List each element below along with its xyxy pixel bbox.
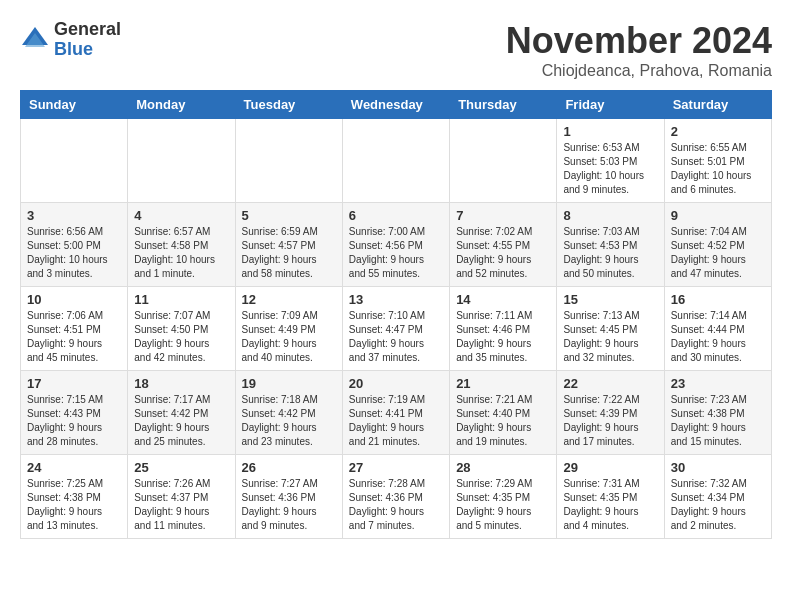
cell-info: Sunrise: 7:28 AM Sunset: 4:36 PM Dayligh… [349,477,443,533]
cell-info: Sunrise: 7:21 AM Sunset: 4:40 PM Dayligh… [456,393,550,449]
cell-info: Sunrise: 7:29 AM Sunset: 4:35 PM Dayligh… [456,477,550,533]
cell-info: Sunrise: 7:27 AM Sunset: 4:36 PM Dayligh… [242,477,336,533]
table-cell: 9Sunrise: 7:04 AM Sunset: 4:52 PM Daylig… [664,203,771,287]
table-cell: 19Sunrise: 7:18 AM Sunset: 4:42 PM Dayli… [235,371,342,455]
table-cell: 27Sunrise: 7:28 AM Sunset: 4:36 PM Dayli… [342,455,449,539]
table-cell: 8Sunrise: 7:03 AM Sunset: 4:53 PM Daylig… [557,203,664,287]
header-sunday: Sunday [21,91,128,119]
day-number: 15 [563,292,657,307]
days-header-row: Sunday Monday Tuesday Wednesday Thursday… [21,91,772,119]
table-cell: 4Sunrise: 6:57 AM Sunset: 4:58 PM Daylig… [128,203,235,287]
table-cell: 28Sunrise: 7:29 AM Sunset: 4:35 PM Dayli… [450,455,557,539]
logo-blue: Blue [54,40,121,60]
cell-info: Sunrise: 6:55 AM Sunset: 5:01 PM Dayligh… [671,141,765,197]
day-number: 26 [242,460,336,475]
table-cell: 26Sunrise: 7:27 AM Sunset: 4:36 PM Dayli… [235,455,342,539]
week-row-0: 1Sunrise: 6:53 AM Sunset: 5:03 PM Daylig… [21,119,772,203]
week-row-2: 10Sunrise: 7:06 AM Sunset: 4:51 PM Dayli… [21,287,772,371]
day-number: 3 [27,208,121,223]
cell-info: Sunrise: 7:26 AM Sunset: 4:37 PM Dayligh… [134,477,228,533]
table-cell [235,119,342,203]
week-row-3: 17Sunrise: 7:15 AM Sunset: 4:43 PM Dayli… [21,371,772,455]
table-cell: 7Sunrise: 7:02 AM Sunset: 4:55 PM Daylig… [450,203,557,287]
day-number: 22 [563,376,657,391]
day-number: 20 [349,376,443,391]
logo-general: General [54,20,121,40]
cell-info: Sunrise: 6:59 AM Sunset: 4:57 PM Dayligh… [242,225,336,281]
table-cell: 1Sunrise: 6:53 AM Sunset: 5:03 PM Daylig… [557,119,664,203]
table-cell: 13Sunrise: 7:10 AM Sunset: 4:47 PM Dayli… [342,287,449,371]
day-number: 23 [671,376,765,391]
table-cell: 22Sunrise: 7:22 AM Sunset: 4:39 PM Dayli… [557,371,664,455]
table-cell: 2Sunrise: 6:55 AM Sunset: 5:01 PM Daylig… [664,119,771,203]
day-number: 16 [671,292,765,307]
table-cell [450,119,557,203]
table-cell: 30Sunrise: 7:32 AM Sunset: 4:34 PM Dayli… [664,455,771,539]
month-title: November 2024 [506,20,772,62]
day-number: 27 [349,460,443,475]
table-cell [21,119,128,203]
day-number: 28 [456,460,550,475]
header-friday: Friday [557,91,664,119]
week-row-4: 24Sunrise: 7:25 AM Sunset: 4:38 PM Dayli… [21,455,772,539]
table-cell [342,119,449,203]
cell-info: Sunrise: 7:22 AM Sunset: 4:39 PM Dayligh… [563,393,657,449]
cell-info: Sunrise: 7:04 AM Sunset: 4:52 PM Dayligh… [671,225,765,281]
cell-info: Sunrise: 6:56 AM Sunset: 5:00 PM Dayligh… [27,225,121,281]
day-number: 8 [563,208,657,223]
day-number: 10 [27,292,121,307]
table-cell: 23Sunrise: 7:23 AM Sunset: 4:38 PM Dayli… [664,371,771,455]
header-tuesday: Tuesday [235,91,342,119]
cell-info: Sunrise: 6:53 AM Sunset: 5:03 PM Dayligh… [563,141,657,197]
day-number: 18 [134,376,228,391]
cell-info: Sunrise: 7:09 AM Sunset: 4:49 PM Dayligh… [242,309,336,365]
table-cell: 6Sunrise: 7:00 AM Sunset: 4:56 PM Daylig… [342,203,449,287]
day-number: 7 [456,208,550,223]
cell-info: Sunrise: 7:11 AM Sunset: 4:46 PM Dayligh… [456,309,550,365]
calendar-table: Sunday Monday Tuesday Wednesday Thursday… [20,90,772,539]
cell-info: Sunrise: 7:17 AM Sunset: 4:42 PM Dayligh… [134,393,228,449]
day-number: 25 [134,460,228,475]
table-cell: 17Sunrise: 7:15 AM Sunset: 4:43 PM Dayli… [21,371,128,455]
table-cell: 10Sunrise: 7:06 AM Sunset: 4:51 PM Dayli… [21,287,128,371]
day-number: 29 [563,460,657,475]
logo-text: General Blue [54,20,121,60]
logo: General Blue [20,20,121,60]
cell-info: Sunrise: 7:03 AM Sunset: 4:53 PM Dayligh… [563,225,657,281]
cell-info: Sunrise: 6:57 AM Sunset: 4:58 PM Dayligh… [134,225,228,281]
title-block: November 2024 Chiojdeanca, Prahova, Roma… [506,20,772,80]
table-cell: 11Sunrise: 7:07 AM Sunset: 4:50 PM Dayli… [128,287,235,371]
table-cell [128,119,235,203]
cell-info: Sunrise: 7:15 AM Sunset: 4:43 PM Dayligh… [27,393,121,449]
day-number: 4 [134,208,228,223]
week-row-1: 3Sunrise: 6:56 AM Sunset: 5:00 PM Daylig… [21,203,772,287]
cell-info: Sunrise: 7:06 AM Sunset: 4:51 PM Dayligh… [27,309,121,365]
header-thursday: Thursday [450,91,557,119]
cell-info: Sunrise: 7:13 AM Sunset: 4:45 PM Dayligh… [563,309,657,365]
day-number: 2 [671,124,765,139]
table-cell: 15Sunrise: 7:13 AM Sunset: 4:45 PM Dayli… [557,287,664,371]
day-number: 13 [349,292,443,307]
header-monday: Monday [128,91,235,119]
table-cell: 16Sunrise: 7:14 AM Sunset: 4:44 PM Dayli… [664,287,771,371]
day-number: 30 [671,460,765,475]
day-number: 17 [27,376,121,391]
day-number: 24 [27,460,121,475]
cell-info: Sunrise: 7:25 AM Sunset: 4:38 PM Dayligh… [27,477,121,533]
table-cell: 12Sunrise: 7:09 AM Sunset: 4:49 PM Dayli… [235,287,342,371]
table-cell: 3Sunrise: 6:56 AM Sunset: 5:00 PM Daylig… [21,203,128,287]
table-cell: 20Sunrise: 7:19 AM Sunset: 4:41 PM Dayli… [342,371,449,455]
cell-info: Sunrise: 7:14 AM Sunset: 4:44 PM Dayligh… [671,309,765,365]
day-number: 12 [242,292,336,307]
page-header: General Blue November 2024 Chiojdeanca, … [20,20,772,80]
day-number: 9 [671,208,765,223]
table-cell: 18Sunrise: 7:17 AM Sunset: 4:42 PM Dayli… [128,371,235,455]
day-number: 14 [456,292,550,307]
header-saturday: Saturday [664,91,771,119]
table-cell: 24Sunrise: 7:25 AM Sunset: 4:38 PM Dayli… [21,455,128,539]
logo-icon [20,25,50,55]
cell-info: Sunrise: 7:10 AM Sunset: 4:47 PM Dayligh… [349,309,443,365]
location-title: Chiojdeanca, Prahova, Romania [506,62,772,80]
table-cell: 29Sunrise: 7:31 AM Sunset: 4:35 PM Dayli… [557,455,664,539]
cell-info: Sunrise: 7:07 AM Sunset: 4:50 PM Dayligh… [134,309,228,365]
